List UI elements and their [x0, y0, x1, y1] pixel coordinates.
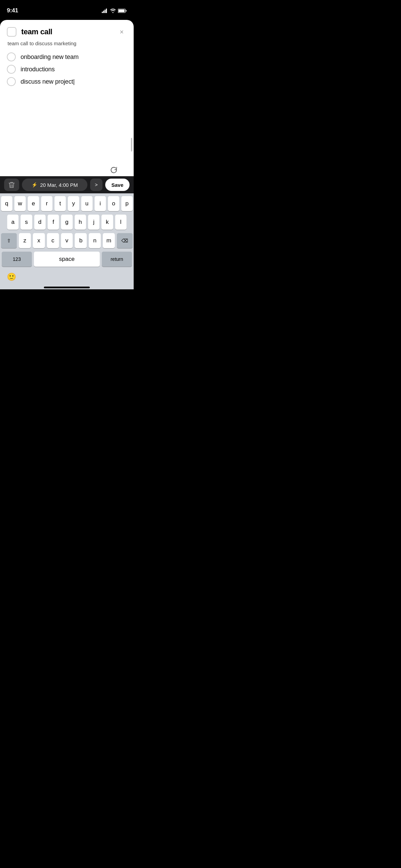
svg-rect-6: [119, 9, 125, 12]
wifi-icon: [110, 9, 116, 13]
card-header-left: team call: [7, 27, 52, 37]
key-d[interactable]: d: [34, 215, 46, 230]
svg-text:+: +: [116, 166, 118, 169]
refresh-icon: +: [110, 166, 118, 174]
arrow-icon: >: [95, 182, 98, 188]
checklist-item: discuss new project: [7, 77, 127, 86]
key-w[interactable]: w: [14, 196, 26, 211]
item-label-1: onboarding new team: [21, 53, 78, 61]
key-p[interactable]: p: [121, 196, 133, 211]
scroll-handle: [131, 138, 132, 152]
key-b[interactable]: b: [75, 233, 87, 248]
keyboard-row-3: ⇧ z x c v b n m ⌫: [1, 233, 133, 248]
card-description: team call to discuss marketing: [7, 40, 127, 46]
svg-rect-0: [102, 12, 103, 13]
keyboard-row-1: q w e r t y u i o p: [1, 196, 133, 211]
emoji-button[interactable]: 🙂: [4, 270, 18, 284]
battery-icon: [118, 9, 127, 13]
refresh-button[interactable]: +: [108, 164, 120, 176]
key-a[interactable]: a: [7, 215, 19, 230]
delete-key[interactable]: ⌫: [117, 233, 133, 248]
checklist: onboarding new team introductions discus…: [7, 52, 127, 86]
card-title: team call: [21, 27, 52, 36]
lightning-icon: ⚡: [32, 182, 37, 188]
key-m[interactable]: m: [103, 233, 115, 248]
signal-icon: [102, 9, 108, 13]
checklist-item: onboarding new team: [7, 52, 127, 61]
key-t[interactable]: t: [54, 196, 66, 211]
key-j[interactable]: j: [88, 215, 99, 230]
trash-button[interactable]: [4, 179, 19, 191]
numbers-key[interactable]: 123: [2, 252, 32, 267]
space-key[interactable]: space: [34, 252, 100, 267]
trash-icon: [9, 181, 15, 188]
item-label-3: discuss new project: [21, 78, 75, 85]
status-bar: 9:41: [0, 0, 134, 17]
keyboard-bottom-row: 🙂: [1, 270, 133, 284]
header-checkbox[interactable]: [7, 27, 16, 37]
svg-rect-2: [105, 10, 106, 13]
key-h[interactable]: h: [75, 215, 86, 230]
shift-key[interactable]: ⇧: [1, 233, 17, 248]
key-k[interactable]: k: [101, 215, 113, 230]
key-o[interactable]: o: [108, 196, 119, 211]
card-footer: +: [0, 164, 127, 176]
key-q[interactable]: q: [1, 196, 12, 211]
save-button[interactable]: Save: [105, 179, 130, 191]
key-i[interactable]: i: [95, 196, 106, 211]
key-n[interactable]: n: [89, 233, 101, 248]
item-checkbox-2[interactable]: [7, 65, 16, 74]
card-header: team call ×: [7, 27, 127, 37]
home-indicator: [44, 287, 90, 288]
status-time: 9:41: [7, 7, 18, 14]
item-label-2: introductions: [21, 66, 54, 73]
key-y[interactable]: y: [68, 196, 79, 211]
item-checkbox-3[interactable]: [7, 77, 16, 86]
date-button[interactable]: ⚡ 20 Mar, 4:00 PM: [22, 179, 87, 191]
key-x[interactable]: x: [33, 233, 45, 248]
key-c[interactable]: c: [47, 233, 59, 248]
item-checkbox-1[interactable]: [7, 52, 16, 61]
key-f[interactable]: f: [48, 215, 59, 230]
main-card: team call × team call to discuss marketi…: [0, 20, 134, 176]
key-g[interactable]: g: [61, 215, 72, 230]
toolbar: ⚡ 20 Mar, 4:00 PM > Save: [0, 176, 134, 193]
status-icons: [102, 9, 127, 13]
key-z[interactable]: z: [19, 233, 31, 248]
key-l[interactable]: l: [115, 215, 126, 230]
key-e[interactable]: e: [28, 196, 39, 211]
date-label: 20 Mar, 4:00 PM: [40, 182, 78, 188]
arrow-button[interactable]: >: [90, 179, 102, 191]
keyboard: q w e r t y u i o p a s d f g h j k l ⇧ …: [0, 193, 134, 289]
svg-rect-1: [103, 11, 104, 13]
return-key[interactable]: return: [102, 252, 132, 267]
close-button[interactable]: ×: [117, 27, 127, 37]
key-v[interactable]: v: [61, 233, 73, 248]
svg-rect-5: [126, 10, 126, 12]
key-u[interactable]: u: [81, 196, 93, 211]
keyboard-row-2: a s d f g h j k l: [1, 215, 133, 230]
key-s[interactable]: s: [21, 215, 32, 230]
checklist-item: introductions: [7, 65, 127, 74]
keyboard-row-4: 123 space return: [1, 252, 133, 267]
svg-rect-3: [106, 9, 107, 13]
key-r[interactable]: r: [41, 196, 52, 211]
